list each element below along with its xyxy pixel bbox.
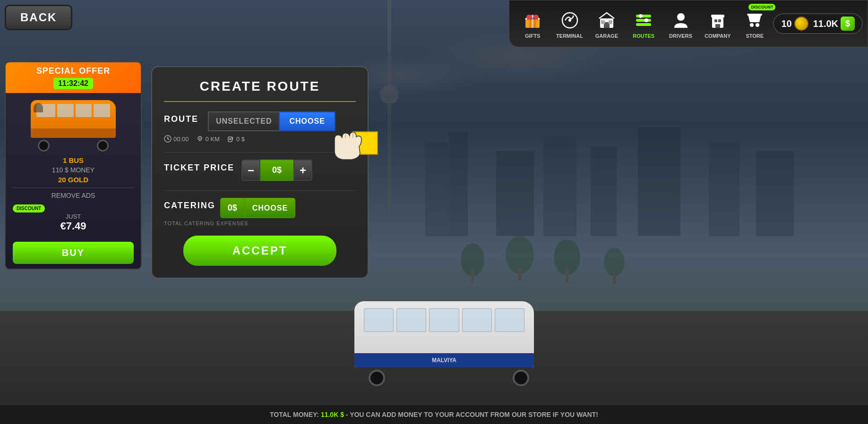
route-fuel: 0 $ <box>227 135 245 143</box>
special-offer-title: SPECIAL OFFER <box>13 66 134 76</box>
svg-point-9 <box>380 85 399 104</box>
svg-rect-3 <box>543 137 576 236</box>
route-section: ROUTE UNSELECTED CHOOSE 00:00 0 KM 0 $ <box>164 111 356 143</box>
nav-label-gifts: GIFTS <box>525 33 540 39</box>
just-label: JUST <box>13 213 134 220</box>
yellow-indicator <box>352 131 378 155</box>
route-selector: UNSELECTED CHOOSE <box>208 111 335 131</box>
bottom-bar-highlight: 11.0K $ <box>321 411 344 418</box>
svg-point-46 <box>199 138 200 139</box>
svg-rect-2 <box>496 151 534 236</box>
svg-rect-41 <box>747 14 762 16</box>
svg-rect-30 <box>636 15 651 17</box>
svg-rect-5 <box>638 127 680 236</box>
nav-item-routes[interactable]: ROUTES <box>625 6 662 41</box>
ticket-price-label: TICKET PRICE <box>164 163 234 173</box>
svg-rect-6 <box>709 142 739 236</box>
section-divider-2 <box>164 190 356 191</box>
svg-point-33 <box>639 14 643 18</box>
gold-amount: 20 GOLD <box>13 176 134 184</box>
dialog-title: CREATE ROUTE <box>164 79 356 102</box>
svg-point-34 <box>645 18 648 22</box>
terminal-icon <box>558 8 582 32</box>
svg-rect-40 <box>715 24 720 28</box>
nav-label-terminal: TERMINAL <box>556 33 583 39</box>
store-discount-badge: DISCOUNT <box>748 4 775 10</box>
bottom-bar-text: TOTAL MONEY: 11.0K $ - YOU CAN ADD MONEY… <box>270 411 598 418</box>
svg-rect-18 <box>613 270 616 284</box>
svg-point-35 <box>677 13 685 21</box>
offer-stats: 1 BUS 110 $ MONEY 20 GOLD REMOVE ADS <box>13 156 134 199</box>
svg-rect-28 <box>601 20 605 24</box>
money-amount: 110 $ MONEY <box>13 166 134 174</box>
store-icon <box>743 8 766 32</box>
back-button[interactable]: BACK <box>5 5 72 30</box>
svg-rect-14 <box>518 267 521 281</box>
svg-point-42 <box>750 23 754 27</box>
special-offer-panel: SPECIAL OFFER 11:32:42 <box>5 61 142 270</box>
drivers-icon <box>669 8 693 32</box>
ticket-price-section: TICKET PRICE − 0$ + <box>164 160 356 181</box>
route-choose-button[interactable]: CHOOSE <box>279 111 335 131</box>
nav-label-company: COMPANY <box>705 33 730 39</box>
svg-rect-37 <box>711 15 724 17</box>
gift-icon <box>521 8 544 32</box>
nav-item-gifts[interactable]: GIFTS <box>514 6 551 41</box>
nav-label-store: STORE <box>746 33 764 39</box>
svg-rect-8 <box>387 47 391 212</box>
bus-showcase: 1 BUS 110 $ MONEY 20 GOLD REMOVE ADS <box>6 93 141 208</box>
svg-rect-7 <box>756 151 794 236</box>
nav-item-garage[interactable]: GARAGE <box>588 6 625 41</box>
svg-rect-49 <box>232 137 233 140</box>
accept-button[interactable]: ACCEPT <box>183 236 337 266</box>
buy-button[interactable]: BUY <box>13 242 134 264</box>
svg-rect-38 <box>714 19 717 22</box>
svg-point-43 <box>756 23 759 27</box>
nav-label-drivers: DRIVERS <box>669 33 692 39</box>
price-decrease-button[interactable]: − <box>241 160 260 181</box>
coins-value: 10 <box>781 18 791 29</box>
special-offer-timer: 11:32:42 <box>53 78 93 89</box>
catering-sub-label: TOTAL CATERING EXPENSES <box>164 220 356 226</box>
svg-rect-32 <box>636 23 651 26</box>
bus-count: 1 BUS <box>13 156 134 164</box>
garage-icon <box>595 8 619 32</box>
coins-display: 10 <box>781 17 808 31</box>
svg-rect-29 <box>609 20 612 24</box>
route-unselected-text: UNSELECTED <box>208 111 279 131</box>
ticket-price-row: TICKET PRICE − 0$ + <box>164 160 356 181</box>
route-label: ROUTE <box>164 114 198 124</box>
coin-icon <box>794 17 808 31</box>
svg-rect-39 <box>718 19 721 22</box>
bottom-bar: TOTAL MONEY: 11.0K $ - YOU CAN ADD MONEY… <box>0 405 868 424</box>
dollar-icon: $ <box>841 17 855 31</box>
routes-icon <box>632 8 655 32</box>
catering-choose-button[interactable]: CHOOSE <box>245 198 295 218</box>
svg-point-25 <box>568 19 571 22</box>
svg-rect-16 <box>566 268 568 282</box>
top-navigation: GIFTS TERMINAL GARAGE ROUTES DRIVERS COM… <box>509 0 868 47</box>
catering-row: CATERING 0$ CHOOSE <box>164 198 356 218</box>
nav-item-drivers[interactable]: DRIVERS <box>662 6 699 41</box>
remove-ads: REMOVE ADS <box>13 192 134 199</box>
svg-rect-4 <box>591 146 617 236</box>
company-icon <box>706 8 730 32</box>
catering-label: CATERING <box>164 201 215 211</box>
price-stepper: − 0$ + <box>241 160 312 181</box>
section-divider-1 <box>164 152 356 153</box>
catering-value-display: 0$ <box>220 198 245 218</box>
nav-item-company[interactable]: COMPANY <box>699 6 736 41</box>
svg-rect-12 <box>471 269 474 283</box>
price-increase-button[interactable]: + <box>293 160 312 181</box>
discount-badge: DISCOUNT <box>13 204 45 212</box>
nav-item-terminal[interactable]: TERMINAL <box>551 6 588 41</box>
price-value: €7.49 <box>13 220 134 232</box>
money-display: 11.0K $ <box>813 17 855 31</box>
route-distance: 0 KM <box>196 135 220 143</box>
special-offer-header: SPECIAL OFFER 11:32:42 <box>6 62 141 93</box>
route-time: 00:00 <box>164 135 189 143</box>
catering-section: CATERING 0$ CHOOSE TOTAL CATERING EXPENS… <box>164 198 356 226</box>
nav-item-store[interactable]: DISCOUNT STORE <box>736 6 773 41</box>
svg-rect-10 <box>387 0 391 52</box>
price-value-display: 0$ <box>260 160 293 181</box>
